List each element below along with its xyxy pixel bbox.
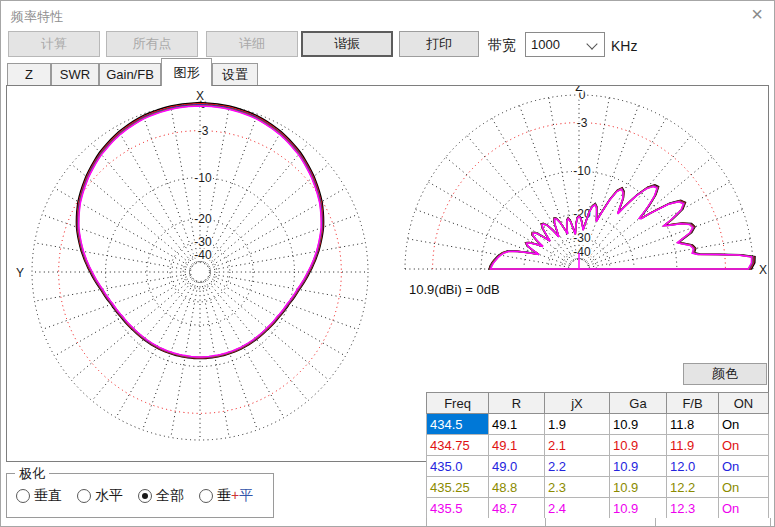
table-cell[interactable]: 435.5 <box>427 498 489 519</box>
table-cell[interactable]: 10.9 <box>610 498 667 519</box>
color-button[interactable]: 颜色 <box>683 363 767 385</box>
bandwidth-label: 带宽 <box>488 37 516 55</box>
table-cell[interactable]: 49.0 <box>489 456 545 477</box>
table-row: 434.7549.12.110.911.9On <box>427 435 769 456</box>
close-icon[interactable]: × <box>751 4 763 24</box>
frequency-characteristics-dialog: 频率特性 × 计算 所有点 详细 谐振 打印 带宽 1000 KHz Z SWR… <box>0 0 775 527</box>
table-cell[interactable]: 48.8 <box>489 477 545 498</box>
print-button[interactable]: 打印 <box>399 31 479 57</box>
frequency-table: Freq R jX Ga F/B ON 434.549.11.910.911.8… <box>426 392 769 519</box>
column-header-jx[interactable]: jX <box>545 393 610 414</box>
chevron-down-icon[interactable] <box>586 38 597 49</box>
table-cell[interactable]: 48.7 <box>489 498 545 519</box>
table-cell[interactable]: 1.9 <box>545 414 610 435</box>
svg-text:-30: -30 <box>194 235 212 249</box>
polarization-group-label: 极化 <box>15 465 49 483</box>
clipped-table-row <box>426 518 771 527</box>
radio-label: 垂直 <box>34 487 62 505</box>
tab-z[interactable]: Z <box>7 63 51 85</box>
svg-text:-10: -10 <box>573 164 591 178</box>
table-row: 435.049.02.210.912.0On <box>427 456 769 477</box>
table-cell[interactable]: On <box>719 414 769 435</box>
radio-label: 垂+平 <box>217 487 253 505</box>
gain-reference-note: 10.9(dBi) = 0dB <box>409 282 500 297</box>
divider <box>545 518 546 527</box>
column-header-fb[interactable]: F/B <box>667 393 719 414</box>
table-cell[interactable]: 435.0 <box>427 456 489 477</box>
bandwidth-value: 1000 <box>531 37 560 52</box>
radio-icon[interactable] <box>16 489 30 503</box>
tab-settings[interactable]: 设置 <box>212 63 258 85</box>
svg-text:-20: -20 <box>194 212 212 226</box>
table-cell[interactable]: 434.75 <box>427 435 489 456</box>
svg-text:-3: -3 <box>198 124 209 138</box>
table-cell[interactable]: On <box>719 498 769 519</box>
table-row: 435.2548.82.310.912.2On <box>427 477 769 498</box>
radio-icon[interactable] <box>138 489 152 503</box>
table-cell[interactable]: 10.9 <box>610 414 667 435</box>
radio-all[interactable]: 全部 <box>138 487 184 505</box>
table-cell[interactable]: 11.8 <box>667 414 719 435</box>
table-cell[interactable]: 12.2 <box>667 477 719 498</box>
table-row: 434.549.11.910.911.8On <box>427 414 769 435</box>
table-cell[interactable]: 49.1 <box>489 414 545 435</box>
table-cell[interactable]: 2.3 <box>545 477 610 498</box>
column-header-on[interactable]: ON <box>719 393 769 414</box>
column-header-freq[interactable]: Freq <box>427 393 489 414</box>
bandwidth-unit-label: KHz <box>611 38 637 54</box>
table-cell[interactable]: 2.1 <box>545 435 610 456</box>
radio-label: 水平 <box>95 487 123 505</box>
table-cell[interactable]: 10.9 <box>610 435 667 456</box>
table-cell[interactable]: On <box>719 435 769 456</box>
table-cell[interactable]: 435.25 <box>427 477 489 498</box>
radio-vertical[interactable]: 垂直 <box>16 487 62 505</box>
radio-label: 全部 <box>156 487 184 505</box>
table-cell[interactable]: 49.1 <box>489 435 545 456</box>
divider <box>655 518 656 527</box>
tab-swr[interactable]: SWR <box>51 63 99 85</box>
window-title: 频率特性 <box>11 8 63 26</box>
table-cell[interactable]: On <box>719 456 769 477</box>
all-points-button[interactable]: 所有点 <box>106 31 198 57</box>
table-cell[interactable]: On <box>719 477 769 498</box>
table-cell[interactable]: 12.3 <box>667 498 719 519</box>
calculate-button[interactable]: 计算 <box>8 31 100 57</box>
svg-text:-3: -3 <box>577 116 588 130</box>
radio-icon[interactable] <box>199 489 213 503</box>
polarization-group: 极化 垂直 水平 全部 垂+平 <box>6 473 274 518</box>
table-cell[interactable]: 11.9 <box>667 435 719 456</box>
radio-icon[interactable] <box>77 489 91 503</box>
svg-text:-10: -10 <box>194 171 212 185</box>
svg-text:-40: -40 <box>194 248 212 262</box>
radio-vert-plus-horiz[interactable]: 垂+平 <box>199 487 253 505</box>
svg-text:Z: Z <box>575 86 582 94</box>
table-cell[interactable]: 2.2 <box>545 456 610 477</box>
tab-gainfb[interactable]: Gain/FB <box>99 63 161 85</box>
table-cell[interactable]: 2.4 <box>545 498 610 519</box>
table-row: 435.548.72.410.912.3On <box>427 498 769 519</box>
table-cell[interactable]: 10.9 <box>610 456 667 477</box>
column-header-r[interactable]: R <box>489 393 545 414</box>
resonance-button[interactable]: 谐振 <box>301 31 393 57</box>
table-cell[interactable]: 12.0 <box>667 456 719 477</box>
bandwidth-combobox[interactable]: 1000 <box>525 32 605 57</box>
svg-text:Y: Y <box>16 266 24 280</box>
table-cell[interactable]: 434.5 <box>427 414 489 435</box>
svg-text:-40: -40 <box>573 245 591 259</box>
table-cell[interactable]: 10.9 <box>610 477 667 498</box>
svg-text:X: X <box>196 89 204 103</box>
tab-graph[interactable]: 图形 <box>161 58 212 86</box>
svg-text:X: X <box>759 263 767 277</box>
detail-button[interactable]: 详细 <box>206 31 298 57</box>
radio-horizontal[interactable]: 水平 <box>77 487 123 505</box>
column-header-ga[interactable]: Ga <box>610 393 667 414</box>
table-header-row: Freq R jX Ga F/B ON <box>427 393 769 414</box>
